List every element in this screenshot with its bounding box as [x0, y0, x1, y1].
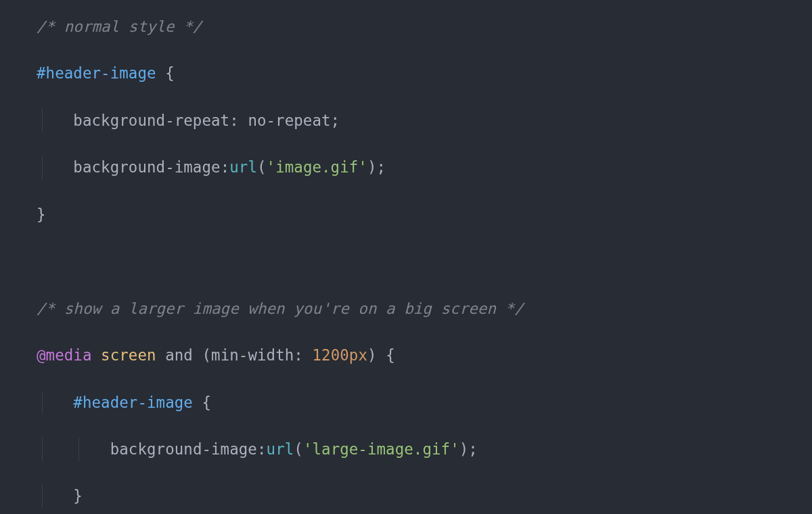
code-line[interactable]: /* normal style */ [37, 15, 812, 39]
token-punct: { [202, 394, 211, 411]
token-kw: and [165, 346, 193, 364]
code-line[interactable]: #header-image { [37, 391, 812, 415]
token-comment: /* normal style */ [37, 18, 202, 35]
token-def [156, 64, 166, 82]
token-prop: background-repeat [73, 112, 229, 129]
token-def [193, 346, 202, 364]
code-line[interactable]: /* show a larger image when you're on a … [37, 297, 812, 321]
code-line[interactable]: @media screen and (min-width: 1200px) { [37, 344, 812, 367]
token-punct: : [221, 158, 230, 176]
token-punct: } [73, 487, 83, 505]
token-punct: ); [459, 440, 478, 458]
token-def [193, 394, 202, 411]
token-punct: ( [294, 440, 303, 458]
token-at: @media [37, 346, 91, 364]
code-line[interactable]: background-repeat: no-repeat; [37, 109, 812, 133]
token-punct: ; [331, 112, 340, 129]
token-punct: : [294, 346, 312, 364]
token-prop: background-image [110, 440, 257, 458]
code-line[interactable]: background-image:url('large-image.gif'); [37, 438, 812, 461]
code-editor[interactable]: /* normal style */ #header-image { backg… [0, 0, 812, 514]
token-func: url [267, 440, 294, 458]
token-def [156, 346, 166, 364]
token-punct: } [37, 206, 46, 223]
token-str: 'image.gif' [267, 158, 367, 176]
token-sel: #header-image [73, 394, 193, 411]
token-punct: ( [202, 346, 212, 364]
token-sel: #header-image [37, 64, 156, 82]
code-line[interactable]: background-image:url('image.gif'); [37, 156, 812, 179]
code-line[interactable] [37, 250, 812, 273]
token-def: min-width [211, 346, 294, 364]
token-prop: background-image [73, 158, 220, 176]
code-line[interactable]: } [37, 484, 812, 508]
token-punct: : [229, 112, 248, 129]
token-comment: /* show a larger image when you're on a … [37, 300, 524, 317]
token-punct: : [257, 440, 267, 458]
code-line[interactable]: } [37, 203, 812, 227]
token-func: url [229, 158, 257, 176]
code-line[interactable]: #header-image { [37, 62, 812, 85]
token-punct: ( [257, 158, 267, 176]
token-num: 1200px [313, 346, 367, 364]
token-def: no-repeat [248, 112, 330, 129]
token-punct: ) { [367, 346, 395, 364]
token-punct: { [165, 64, 175, 82]
token-def [91, 346, 101, 364]
token-punct: ); [367, 158, 386, 176]
token-str: 'large-image.gif' [303, 440, 459, 458]
token-ident: screen [101, 346, 156, 364]
